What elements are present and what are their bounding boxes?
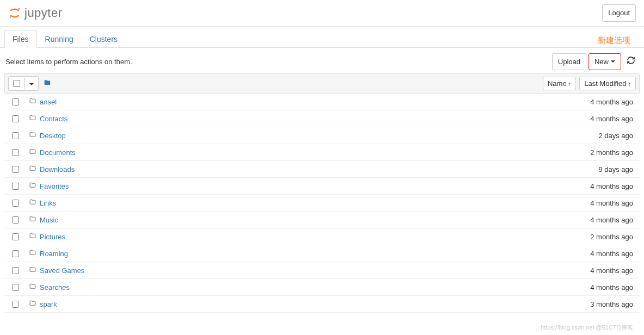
file-modified: 2 days ago xyxy=(598,132,635,140)
select-all-dropdown[interactable] xyxy=(24,78,38,89)
file-row: Music4 months ago xyxy=(4,212,640,228)
file-modified: 4 months ago xyxy=(590,199,635,207)
file-row: spark3 months ago xyxy=(4,296,640,313)
file-modified: 4 months ago xyxy=(590,250,635,258)
folder-icon xyxy=(29,148,36,157)
file-checkbox[interactable] xyxy=(12,267,19,274)
file-row: Downloads9 days ago xyxy=(4,161,640,178)
toolbar-right: Upload New xyxy=(552,53,639,71)
tabs: FilesRunningClusters新建选项 xyxy=(0,30,644,48)
file-link[interactable]: Searches xyxy=(40,283,70,291)
sort-name-button[interactable]: Name ↑ xyxy=(543,77,576,90)
file-modified: 4 months ago xyxy=(590,98,635,106)
refresh-icon[interactable] xyxy=(623,54,639,69)
file-link[interactable]: Contacts xyxy=(40,115,67,123)
file-checkbox[interactable] xyxy=(12,132,19,139)
logo-text: jupyter xyxy=(24,6,63,20)
file-modified: 9 days ago xyxy=(598,165,635,173)
file-row: Documents2 months ago xyxy=(4,144,640,161)
file-link[interactable]: Pictures xyxy=(40,233,65,241)
header: jupyter Logout xyxy=(0,0,644,27)
file-checkbox[interactable] xyxy=(12,166,19,173)
logo[interactable]: jupyter xyxy=(8,6,63,20)
file-row: ansel4 months ago xyxy=(4,94,640,110)
arrow-up-icon: ↑ xyxy=(628,80,631,87)
file-row: Pictures2 months ago xyxy=(4,228,640,245)
file-link[interactable]: Music xyxy=(40,216,58,224)
file-checkbox[interactable] xyxy=(12,183,19,190)
file-checkbox[interactable] xyxy=(12,250,19,257)
jupyter-logo-icon xyxy=(8,7,21,20)
file-checkbox[interactable] xyxy=(12,216,19,224)
file-checkbox[interactable] xyxy=(12,98,19,106)
folder-icon xyxy=(29,198,36,207)
file-checkbox[interactable] xyxy=(12,200,19,207)
list-header: Name ↑ Last Modified ↑ xyxy=(4,73,640,94)
file-checkbox[interactable] xyxy=(12,115,19,122)
folder-icon xyxy=(29,97,36,106)
file-link[interactable]: ansel xyxy=(40,98,57,106)
file-checkbox[interactable] xyxy=(12,284,19,291)
tab-files[interactable]: Files xyxy=(4,30,37,48)
file-row: Saved Games4 months ago xyxy=(4,262,640,279)
folder-icon xyxy=(29,283,36,291)
annotation-label: 新建选项 xyxy=(598,35,630,46)
folder-icon xyxy=(29,300,36,308)
file-list: ansel4 months agoContacts4 months agoDes… xyxy=(4,94,640,313)
file-row: Favorites4 months ago xyxy=(4,178,640,195)
hint-text: Select items to perform actions on them. xyxy=(5,58,132,66)
tab-running[interactable]: Running xyxy=(37,30,82,48)
file-checkbox[interactable] xyxy=(12,233,19,240)
new-button-label: New xyxy=(595,57,609,67)
logout-button[interactable]: Logout xyxy=(602,4,636,22)
folder-icon xyxy=(29,182,36,190)
folder-icon xyxy=(29,131,36,140)
file-link[interactable]: Favorites xyxy=(40,182,69,190)
file-link[interactable]: Desktop xyxy=(40,132,66,140)
file-link[interactable]: spark xyxy=(40,300,57,308)
file-modified: 4 months ago xyxy=(590,115,635,123)
sort-modified-button[interactable]: Last Modified ↑ xyxy=(579,77,636,90)
file-modified: 4 months ago xyxy=(590,266,635,275)
tab-clusters[interactable]: Clusters xyxy=(82,30,126,48)
file-link[interactable]: Links xyxy=(40,199,56,207)
file-modified: 2 months ago xyxy=(590,233,635,241)
file-row: Contacts4 months ago xyxy=(4,110,640,127)
file-modified: 2 months ago xyxy=(590,148,635,157)
file-checkbox[interactable] xyxy=(12,301,19,308)
file-link[interactable]: Roaming xyxy=(40,250,68,258)
file-modified: 4 months ago xyxy=(590,216,635,224)
folder-icon xyxy=(29,232,36,241)
svg-point-0 xyxy=(18,8,20,9)
file-row: Searches4 months ago xyxy=(4,279,640,296)
folder-icon xyxy=(29,266,36,275)
folder-icon xyxy=(29,215,36,224)
file-modified: 4 months ago xyxy=(590,182,635,190)
new-button[interactable]: New xyxy=(589,53,621,71)
file-row: Links4 months ago xyxy=(4,195,640,212)
arrow-up-icon: ↑ xyxy=(568,80,572,87)
file-checkbox[interactable] xyxy=(12,149,19,156)
caret-down-icon xyxy=(611,60,615,63)
caret-down-icon xyxy=(29,83,34,85)
file-link[interactable]: Documents xyxy=(40,148,76,157)
folder-icon xyxy=(29,249,36,258)
folder-icon xyxy=(29,165,36,173)
breadcrumb-home-icon[interactable] xyxy=(43,79,52,89)
upload-button[interactable]: Upload xyxy=(552,53,586,71)
sort-modified-label: Last Modified xyxy=(584,79,626,88)
file-link[interactable]: Downloads xyxy=(40,165,75,173)
sort-name-label: Name xyxy=(548,79,567,88)
select-all-checkbox[interactable] xyxy=(8,76,39,91)
file-link[interactable]: Saved Games xyxy=(40,266,84,275)
folder-icon xyxy=(29,114,36,123)
file-row: Desktop2 days ago xyxy=(4,127,640,144)
select-all-input[interactable] xyxy=(13,80,20,87)
subheader: Select items to perform actions on them.… xyxy=(0,48,644,74)
file-row: Roaming4 months ago xyxy=(4,245,640,262)
file-modified: 4 months ago xyxy=(590,283,635,291)
svg-point-1 xyxy=(10,16,11,17)
file-modified: 3 months ago xyxy=(590,300,635,308)
